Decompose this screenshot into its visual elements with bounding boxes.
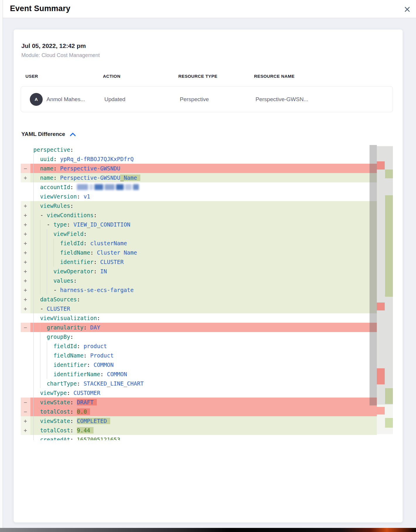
indent-guide (40, 257, 40, 267)
indent-guide (33, 267, 34, 276)
audit-table-row: A Anmol Mahes... Updated Perspective Per… (21, 86, 393, 112)
diff-sign: + (24, 295, 27, 304)
diff-line: + fieldId: clusterName (21, 239, 377, 248)
minimap-insertion-marker (385, 170, 393, 178)
indent-guide (33, 182, 34, 192)
yaml-key: identifierName (53, 371, 100, 377)
diff-line: − name: Perspective-GWSNDU (21, 164, 377, 173)
yaml-value: clusterName (90, 240, 127, 246)
diff-code: identifier: COMMON (30, 360, 377, 369)
yaml-key: viewField (53, 231, 84, 237)
diff-gutter: − (21, 164, 30, 173)
indent-guide (33, 164, 34, 173)
yaml-value-changed: _Name (120, 175, 140, 181)
diff-gutter: + (21, 239, 30, 248)
indent-guide (33, 323, 34, 332)
diff-gutter: + (21, 267, 30, 276)
indent-guide (33, 220, 34, 229)
diff-line: + - CLUSTER (21, 304, 377, 313)
diff-line: chartType: STACKED_LINE_CHART (21, 379, 377, 388)
yaml-value: IN (100, 268, 107, 274)
diff-minimap[interactable] (377, 145, 393, 440)
diff-line: + viewField: (21, 229, 377, 239)
diff-gutter (21, 145, 30, 154)
diff-line: + viewState: COMPLETED (21, 416, 377, 426)
diff-sign: + (24, 304, 27, 313)
yaml-key: viewOperator (53, 268, 94, 274)
yaml-key: values (53, 277, 74, 284)
indent-guide (33, 398, 34, 407)
diff-code: dataSources: (30, 295, 377, 304)
diff-sign: − (24, 407, 27, 416)
diff-line: accountId: (21, 182, 377, 192)
diff-code: - type: VIEW_ID_CONDITION (30, 220, 377, 229)
event-summary-drawer: Event Summary Jul 05, 2022, 12:42 pm Mod… (0, 0, 416, 532)
indent-guide (33, 369, 34, 379)
diff-line: − viewState: DRAFT (21, 398, 377, 407)
indent-guide (40, 267, 40, 276)
yaml-value: v1 (84, 193, 90, 200)
yaml-value: STACKED_LINE_CHART (84, 380, 144, 387)
column-resource-name: RESOURCE NAME (254, 74, 392, 79)
diff-gutter (21, 388, 30, 398)
yaml-key: uuid (40, 156, 53, 162)
diff-code: fieldName: Cluster Name (30, 248, 377, 257)
indent-guide (40, 341, 40, 351)
diff-sign: + (24, 248, 27, 257)
indent-guide (33, 229, 34, 239)
diff-line: + - viewConditions: (21, 210, 377, 220)
indent-guide (40, 276, 40, 285)
audit-table-header: USER ACTION RESOURCE TYPE RESOURCE NAME (25, 74, 392, 79)
indent-guide (53, 257, 54, 267)
indent-guide (47, 351, 47, 360)
indent-guide (40, 248, 40, 257)
indent-guide (33, 173, 34, 182)
close-button[interactable] (403, 5, 412, 14)
indent-guide (33, 210, 34, 220)
diff-code: identifier: CLUSTER (30, 257, 377, 267)
diff-code: totalCost: 0.0 (30, 407, 377, 416)
minimap-insertion-marker (385, 388, 393, 404)
page-title: Event Summary (10, 4, 70, 13)
diff-gutter (21, 313, 30, 323)
diff-gutter: + (21, 416, 30, 426)
yaml-key: totalCost (40, 408, 70, 415)
diff-gutter (21, 341, 30, 351)
indent-guide (40, 351, 40, 360)
indent-guide (33, 435, 34, 440)
diff-code: createdAt: 1657005121653 (30, 435, 377, 440)
indent-guide (40, 360, 40, 369)
yaml-value: COMMON (94, 362, 114, 368)
indent-guide (47, 276, 47, 285)
indent-guide (33, 201, 34, 210)
diff-gutter: + (21, 295, 30, 304)
background-window-edge (0, 528, 416, 532)
yaml-key: fieldName (53, 352, 84, 359)
indent-guide (33, 295, 34, 304)
yaml-value: Perspective-GWSNDU (60, 175, 120, 181)
indent-guide (40, 220, 40, 229)
indent-guide (33, 388, 34, 398)
yaml-key: name (40, 165, 53, 172)
diff-line: + viewRules: (21, 201, 377, 210)
diff-line: + dataSources: (21, 295, 377, 304)
diff-sign: + (24, 173, 27, 182)
diff-code: granularity: DAY (30, 323, 377, 332)
diff-code: - viewConditions: (30, 210, 377, 220)
diff-sign: − (24, 164, 27, 173)
minimap-insertion-marker (385, 195, 393, 297)
indent-guide (47, 239, 47, 248)
yaml-key: granularity (47, 324, 84, 331)
yaml-value-changed: DRAFT (77, 399, 97, 405)
action-value: Updated (104, 96, 180, 103)
diff-code: uuid: ypRq_d-fRBOJ7QJKxPDfrQ (30, 154, 377, 164)
collapse-toggle-button[interactable] (69, 132, 77, 137)
diff-code: - harness-se-ecs-fargate (30, 285, 377, 295)
yaml-value: CLUSTER (100, 259, 124, 265)
diff-line: fieldName: Product (21, 351, 377, 360)
scrollbar-slider[interactable] (370, 145, 377, 405)
diff-code: accountId: (30, 182, 377, 192)
yaml-key: viewVersion (40, 193, 77, 200)
diff-gutter: + (21, 229, 30, 239)
indent-guide (33, 332, 34, 341)
